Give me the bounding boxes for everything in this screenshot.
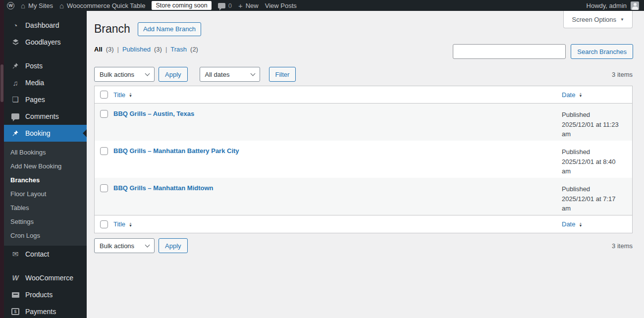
filter-separator: |: [117, 46, 119, 53]
bulk-actions-select[interactable]: Bulk actions: [94, 67, 155, 82]
submenu-item-floor-layout[interactable]: Floor Layout: [4, 187, 87, 201]
table-toolbar-top: Bulk actions Apply All dates Filter 3 it…: [94, 67, 633, 82]
select-all-checkbox[interactable]: [100, 91, 108, 99]
new-label: New: [246, 2, 259, 9]
sidebar-item-dashboard[interactable]: ◔ Dashboard: [4, 17, 87, 34]
screen-options-label: Screen Options: [572, 16, 616, 23]
pages-icon: ❏: [10, 95, 20, 104]
plus-icon: +: [238, 2, 243, 9]
submenu-item-tables[interactable]: Tables: [4, 201, 87, 214]
sidebar-item-woocommerce[interactable]: W WooCommerce: [4, 269, 87, 286]
products-box-icon: [10, 292, 20, 298]
row-checkbox[interactable]: [100, 147, 108, 155]
sidebar-item-products[interactable]: Products: [4, 286, 87, 303]
submenu-item-settings[interactable]: Settings: [4, 214, 87, 228]
main-content: Screen Options ▼ Branch Add Name Branch …: [87, 11, 644, 318]
new-content-menu[interactable]: + New: [238, 2, 259, 9]
sort-by-date-link[interactable]: Date ▲ ▼: [562, 91, 582, 99]
title-column-header: Title: [113, 220, 125, 228]
sort-by-title-link[interactable]: Title ▲ ▼: [113, 91, 132, 99]
sidebar-item-label: Media: [25, 79, 44, 87]
home-icon: ⌂: [59, 2, 64, 9]
sidebar-item-label: Goodlayers: [25, 38, 61, 46]
apply-button[interactable]: Apply: [159, 67, 188, 82]
branch-title-link[interactable]: BBQ Grills – Manhattan Midtown: [113, 184, 214, 192]
select-all-checkbox[interactable]: [100, 220, 108, 228]
filter-all-link[interactable]: All: [94, 46, 103, 53]
sort-by-date-link[interactable]: Date ▲ ▼: [562, 220, 582, 228]
table-footer-row: Title ▲ ▼ Date ▲ ▼: [95, 215, 632, 233]
row-checkbox[interactable]: [100, 110, 108, 118]
sidebar-item-posts[interactable]: Posts: [4, 57, 87, 74]
my-sites-icon: ⌂: [21, 2, 25, 9]
search-input[interactable]: [453, 44, 566, 59]
sort-desc-icon: ▼: [129, 95, 132, 97]
comment-count: 0: [228, 2, 232, 9]
sidebar-item-goodlayers[interactable]: Goodlayers: [4, 34, 87, 51]
branch-title-link[interactable]: BBQ Grills – Austin, Texas: [113, 110, 194, 117]
wp-logo-menu[interactable]: W: [7, 2, 14, 9]
page-title: Branch: [94, 22, 130, 36]
submenu-item-cron-logs[interactable]: Cron Logs: [4, 228, 87, 242]
sidebar-item-comments[interactable]: Comments: [4, 108, 87, 125]
wordpress-logo-icon: W: [7, 2, 14, 9]
date-filter-select[interactable]: All dates: [200, 67, 260, 82]
chevron-down-icon: [250, 71, 255, 76]
goodlayers-layers-icon: [10, 39, 20, 46]
table-header-row: Title ▲ ▼ Date ▲ ▼: [95, 86, 632, 104]
sort-by-title-link[interactable]: Title ▲ ▼: [113, 220, 132, 228]
sidebar-item-label: WooCommerce: [25, 274, 73, 282]
row-date: 2025/12/01 at 8:40 am: [562, 157, 626, 176]
filter-published-link[interactable]: Published: [122, 46, 151, 53]
howdy-label: Howdy, admin: [587, 2, 627, 9]
account-menu[interactable]: Howdy, admin: [587, 1, 644, 10]
comments-bubble-icon: [218, 3, 225, 8]
submenu-item-add-new-booking[interactable]: Add New Booking: [4, 159, 87, 173]
date-filter-value: All dates: [205, 71, 230, 78]
add-branch-button[interactable]: Add Name Branch: [138, 22, 201, 36]
view-posts-link[interactable]: View Posts: [265, 2, 297, 9]
woocommerce-icon: W: [10, 274, 20, 282]
media-icon: ♫: [10, 79, 20, 87]
site-name-menu[interactable]: ⌂ Woocommerce Quick Table: [59, 2, 146, 9]
scrollbar-thumb[interactable]: [0, 64, 3, 102]
row-status: Published: [562, 110, 626, 120]
table-row: BBQ Grills – Austin, Texas Published 202…: [95, 104, 632, 141]
sort-desc-icon: ▼: [579, 224, 582, 227]
comments-icon: [10, 113, 20, 119]
submenu-item-all-bookings[interactable]: All Bookings: [4, 145, 87, 159]
table-row: BBQ Grills – Manhattan Midtown Published…: [95, 178, 632, 215]
sidebar-item-contact[interactable]: ✉ Contact: [4, 246, 87, 263]
sidebar-item-pages[interactable]: ❏ Pages: [4, 91, 87, 108]
filter-button[interactable]: Filter: [269, 67, 296, 82]
sidebar-item-label: Booking: [25, 129, 51, 137]
row-status: Published: [562, 184, 626, 194]
row-date: 2025/12/01 at 11:23 am: [562, 120, 626, 139]
sort-icon: ▲ ▼: [579, 92, 582, 97]
booking-submenu: All Bookings Add New Booking Branches Fl…: [4, 142, 87, 246]
submenu-item-branches[interactable]: Branches: [4, 173, 87, 187]
comments-menu[interactable]: 0: [218, 2, 232, 9]
my-sites-label: My Sites: [28, 2, 53, 9]
chevron-down-icon: [145, 71, 150, 76]
filter-trash-link[interactable]: Trash: [170, 46, 187, 53]
bulk-actions-select[interactable]: Bulk actions: [94, 238, 155, 253]
apply-button[interactable]: Apply: [159, 238, 188, 253]
date-cell: Published 2025/12/01 at 11:23 am: [562, 104, 632, 141]
sort-icon: ▲ ▼: [579, 222, 582, 227]
sort-icon: ▲ ▼: [129, 222, 132, 227]
screen-options-tab[interactable]: Screen Options ▼: [563, 11, 633, 28]
avatar[interactable]: [631, 1, 639, 10]
table-row: BBQ Grills – Manhattan Battery Park City…: [95, 141, 632, 178]
sidebar-item-payments[interactable]: $ Payments: [4, 303, 87, 318]
my-sites-menu[interactable]: ⌂ My Sites: [21, 2, 53, 9]
sort-desc-icon: ▼: [579, 95, 582, 97]
sidebar-item-media[interactable]: ♫ Media: [4, 74, 87, 91]
contact-mail-icon: ✉: [10, 250, 20, 259]
sidebar-item-label: Posts: [25, 62, 43, 70]
row-checkbox[interactable]: [100, 184, 108, 192]
sidebar-separator: [4, 51, 87, 57]
branch-title-link[interactable]: BBQ Grills – Manhattan Battery Park City: [113, 147, 239, 155]
sidebar-item-booking[interactable]: Booking: [4, 125, 87, 142]
search-branches-button[interactable]: Search Branches: [571, 44, 633, 59]
